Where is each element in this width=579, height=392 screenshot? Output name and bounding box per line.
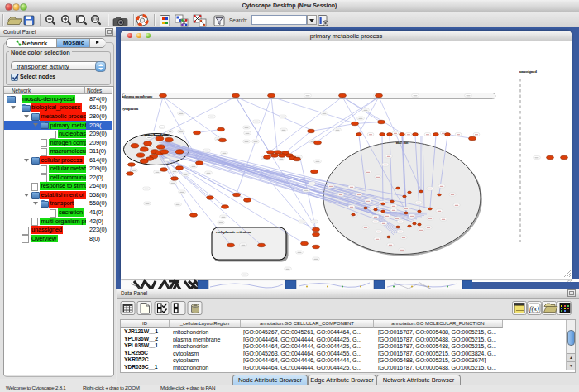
svg-text:cytoplasm: cytoplasm xyxy=(122,107,139,111)
svg-text:unassigned: unassigned xyxy=(519,69,537,74)
svg-text:mitochondrion: mitochondrion xyxy=(144,133,168,137)
svg-text:f(x): f(x) xyxy=(529,304,539,313)
svg-text:plasma membrane: plasma membrane xyxy=(122,94,154,98)
